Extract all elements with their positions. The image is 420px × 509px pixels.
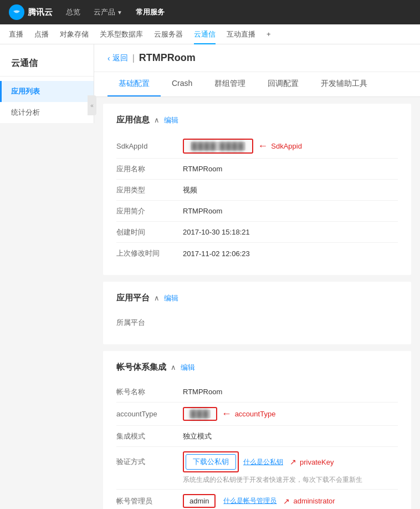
label-modify-time: 上次修改时间 [116, 248, 183, 258]
sdkappid-annotation: ← SdkAppid [258, 140, 302, 152]
subnav-im[interactable]: 云通信 [194, 24, 216, 44]
app-platform-edit-link[interactable]: 编辑 [164, 293, 178, 303]
what-is-admin-link[interactable]: 什么是帐号管理员 [223, 496, 276, 506]
value-app-name: RTMPRoom [183, 165, 398, 173]
value-integration-mode: 独立模式 [183, 431, 398, 441]
field-verification: 验证方式 下载公私钥 什么是公私钥 ↗ privateKey 系统生成的公私钥便… [116, 447, 398, 490]
tab-crash[interactable]: Crash [161, 72, 203, 96]
nav-common-services[interactable]: 常用服务 [136, 7, 165, 17]
privatekey-desc: 系统生成的公私钥便于开发者快速开发，每次下载不会重新生 [116, 475, 362, 485]
download-privatekey-button[interactable]: 下载公私钥 [186, 454, 236, 470]
back-chevron-icon: ‹ [107, 54, 110, 63]
account-type-box: ███ [183, 407, 217, 421]
page-title: RTMPRoom [139, 52, 196, 64]
privatekey-annotation-label: privateKey [300, 458, 334, 466]
sidebar-wrapper: 云通信 应用列表 统计分析 « [0, 44, 94, 509]
label-app-intro: 应用简介 [116, 206, 183, 216]
admin-box: admin [183, 494, 216, 508]
subnav-vod[interactable]: 点播 [34, 24, 49, 44]
account-system-edit-link[interactable]: 编辑 [181, 363, 195, 373]
sidebar-title: 云通信 [0, 51, 94, 77]
nav-overview[interactable]: 总览 [66, 7, 80, 17]
app-info-header: 应用信息 ∧ 编辑 [116, 115, 398, 125]
label-create-time: 创建时间 [116, 227, 183, 237]
app-info-edit-link[interactable]: 编辑 [164, 115, 178, 125]
label-app-type: 应用类型 [116, 185, 183, 195]
sidebar-item-stats[interactable]: 统计分析 [0, 102, 94, 123]
sidebar-item-app-list[interactable]: 应用列表 [0, 81, 94, 102]
account-system-section: 帐号体系集成 ∧ 编辑 帐号名称 RTMPRoom accountType ██… [103, 351, 411, 509]
label-account-name: 帐号名称 [116, 387, 183, 397]
value-app-intro: RTMPRoom [183, 207, 398, 215]
logo-icon [9, 4, 24, 20]
sidebar-collapse-button[interactable]: « [88, 95, 96, 115]
sdkappid-arrow-icon: ← [258, 140, 268, 152]
tab-dev-tools[interactable]: 开发辅助工具 [310, 72, 378, 96]
field-admin: 帐号管理员 admin 什么是帐号管理员 ↗ administrator [116, 490, 398, 509]
tab-basic-config[interactable]: 基础配置 [107, 72, 161, 96]
back-link[interactable]: ‹ 返回 [107, 53, 128, 63]
field-integration-mode: 集成模式 独立模式 [116, 426, 398, 447]
value-create-time: 2017-10-30 15:18:21 [183, 228, 398, 236]
subnav-cvm[interactable]: 云服务器 [154, 24, 183, 44]
privatekey-arrow-icon: ↗ [290, 457, 296, 466]
value-account-name: RTMPRoom [183, 388, 398, 396]
top-navbar: 腾讯云 总览 云产品 ▼ 常用服务 [0, 0, 420, 24]
account-type-annotation: ← accountType [222, 408, 276, 420]
app-info-title: 应用信息 [116, 115, 150, 125]
sdkappid-box: ████ ████ [183, 139, 253, 154]
app-platform-header: 应用平台 ∧ 编辑 [116, 293, 398, 303]
breadcrumb: ‹ 返回 | RTMPRoom [94, 44, 420, 72]
breadcrumb-separator: | [132, 53, 135, 63]
account-type-annotation-label: accountType [235, 410, 276, 418]
subnav-add[interactable]: + [267, 24, 271, 44]
account-system-header: 帐号体系集成 ∧ 编辑 [116, 362, 398, 373]
main-layout: 云通信 应用列表 统计分析 « ‹ 返回 | RTMPRoom 基础配置 Cra… [0, 44, 420, 509]
field-app-name: 应用名称 RTMPRoom [116, 159, 398, 180]
nav-products[interactable]: 云产品 ▼ [94, 7, 122, 17]
admin-annotation-label: administrator [293, 497, 335, 505]
subnav-rdb[interactable]: 关系型数据库 [100, 24, 143, 44]
value-modify-time: 2017-11-02 12:06:23 [183, 250, 398, 258]
app-platform-section: 应用平台 ∧ 编辑 所属平台 [103, 282, 411, 344]
subnav-cos[interactable]: 对象存储 [60, 24, 89, 44]
label-app-name: 应用名称 [116, 164, 183, 174]
sdkappid-value: ████ ████ [191, 142, 245, 150]
field-create-time: 创建时间 2017-10-30 15:18:21 [116, 222, 398, 243]
field-platform: 所属平台 [116, 312, 398, 333]
label-account-type: accountType [116, 410, 183, 418]
field-account-type: accountType ███ ← accountType [116, 403, 398, 426]
logo-text: 腾讯云 [28, 7, 53, 18]
value-sdkappid: ████ ████ ← SdkAppid [183, 139, 398, 154]
app-info-chevron: ∧ [154, 116, 160, 124]
account-system-chevron: ∧ [171, 363, 176, 371]
field-account-name: 帐号名称 RTMPRoom [116, 381, 398, 403]
app-platform-chevron: ∧ [154, 294, 160, 302]
field-app-type: 应用类型 视频 [116, 180, 398, 201]
value-verification: 下载公私钥 什么是公私钥 ↗ privateKey [183, 451, 398, 472]
products-dropdown-icon: ▼ [117, 9, 122, 16]
tab-callback-config[interactable]: 回调配置 [257, 72, 310, 96]
field-modify-time: 上次修改时间 2017-11-02 12:06:23 [116, 243, 398, 264]
what-is-privatekey-link[interactable]: 什么是公私钥 [243, 457, 283, 467]
admin-value: admin [189, 497, 209, 505]
subnav-live-interactive[interactable]: 互动直播 [227, 24, 255, 44]
tab-group-management[interactable]: 群组管理 [203, 72, 257, 96]
tab-bar: 基础配置 Crash 群组管理 回调配置 开发辅助工具 [94, 72, 420, 97]
label-platform: 所属平台 [116, 318, 183, 328]
privatekey-annotation: ↗ privateKey [290, 457, 334, 466]
sidebar: 云通信 应用列表 统计分析 [0, 44, 94, 123]
subnav-live[interactable]: 直播 [9, 24, 23, 44]
account-system-title: 帐号体系集成 [116, 362, 166, 373]
label-sdkappid: SdkAppId [116, 142, 183, 150]
label-verification: 验证方式 [116, 457, 183, 467]
account-type-value: ███ [189, 410, 211, 418]
field-app-intro: 应用简介 RTMPRoom [116, 201, 398, 222]
value-account-type: ███ ← accountType [183, 407, 398, 421]
field-sdkappid: SdkAppId ████ ████ ← SdkAppid [116, 134, 398, 159]
app-platform-title: 应用平台 [116, 293, 150, 303]
logo: 腾讯云 [9, 4, 53, 20]
app-info-section: 应用信息 ∧ 编辑 SdkAppId ████ ████ ← SdkAppid [103, 104, 411, 275]
label-admin: 帐号管理员 [116, 496, 183, 506]
label-integration-mode: 集成模式 [116, 431, 183, 441]
